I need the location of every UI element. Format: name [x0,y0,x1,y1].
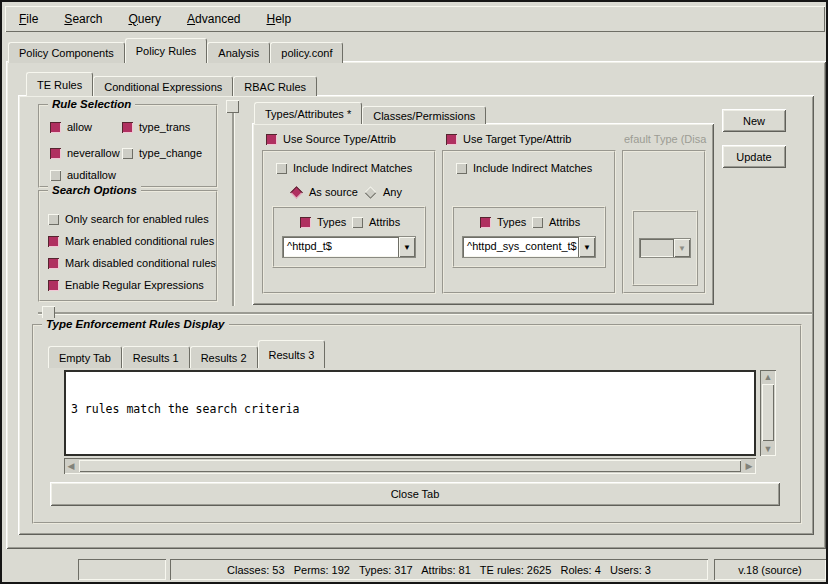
menu-bar: File Search Query Advanced Help [5,6,825,32]
radio-indicator [290,186,303,199]
combo-dropdown-arrow-icon: ▼ [673,239,690,257]
tab-types-attributes[interactable]: Types/Attributes * [254,102,362,124]
menu-item-search[interactable]: Search [64,12,102,26]
checkbox-indicator [532,217,543,228]
radio-any[interactable]: Any [364,186,402,198]
vertical-sash-line [232,102,234,306]
tab-label: Types/Attributes * [265,108,351,120]
checkbox-source-attribs[interactable]: Attribs [352,216,400,228]
results-summary: 3 rules match the search criteria [71,402,749,416]
tab-policy-components[interactable]: Policy Components [8,42,125,63]
default-type-combo: ▼ [639,238,691,258]
tab-classes-permissions[interactable]: Classes/Permissions [362,106,486,124]
combo-value[interactable]: ^httpd_sys_content_t$ [463,237,578,257]
tab-te-rules[interactable]: TE Rules [26,72,93,96]
combo-value[interactable]: ^httpd_t$ [283,237,398,257]
checkbox-neverallow[interactable]: neverallow [50,147,120,159]
tab-label: Analysis [218,47,259,59]
tab-label: Conditional Expressions [104,81,222,93]
checkbox-source-indirect[interactable]: Include Indirect Matches [276,162,412,174]
vertical-scroll-thumb[interactable] [762,384,774,441]
checkbox-indicator [300,217,311,228]
scroll-left-arrow-icon[interactable]: ◀ [65,460,77,472]
close-tab-button[interactable]: Close Tab [50,482,780,506]
checkbox-target-attribs[interactable]: Attribs [532,216,580,228]
combo-dropdown-arrow-icon[interactable]: ▼ [398,237,415,257]
criteria-tab-bar: Types/Attributes * Classes/Permissions [254,102,486,124]
checkbox-mark-disabled-conditional[interactable]: Mark disabled conditional rules [48,257,216,269]
checkbox-source-types[interactable]: Types [300,216,346,228]
checkbox-target-indirect[interactable]: Include Indirect Matches [456,162,592,174]
status-version: v.18 (source) [738,564,801,576]
button-label: Close Tab [391,488,440,500]
group-title: Rule Selection [48,98,135,110]
menu-item-query[interactable]: Query [128,12,161,26]
tab-rbac-rules[interactable]: RBAC Rules [233,76,317,96]
tab-results-3[interactable]: Results 3 [258,340,326,368]
source-type-combo[interactable]: ^httpd_t$ ▼ [282,236,416,258]
checkbox-indicator [48,258,59,269]
checkbox-enable-regex[interactable]: Enable Regular Expressions [48,279,204,291]
group-title: Search Options [48,184,141,196]
checkbox-label: Mark enabled conditional rules [65,235,214,247]
checkbox-use-source[interactable]: Use Source Type/Attrib [266,133,396,145]
checkbox-use-target[interactable]: Use Target Type/Attrib [446,133,571,145]
checkbox-label: Types [317,216,346,228]
target-type-combo[interactable]: ^httpd_sys_content_t$ ▼ [462,236,596,258]
group-search-options: Search Options Only search for enabled r… [38,190,218,302]
update-button[interactable]: Update [722,145,786,168]
scroll-down-arrow-icon[interactable]: ▼ [762,443,774,455]
checkbox-label: Use Source Type/Attrib [283,133,396,145]
menu-item-file[interactable]: File [19,12,38,26]
tab-results-2[interactable]: Results 2 [190,346,258,368]
combo-dropdown-arrow-icon[interactable]: ▼ [578,237,595,257]
group-target-criteria: Include Indirect Matches Types Attribs ^… [442,150,616,294]
tab-label: Empty Tab [59,352,111,364]
checkbox-indicator [48,214,59,225]
horizontal-scrollbar[interactable]: ◀ ▶ [64,458,756,474]
checkbox-label: Only search for enabled rules [65,213,209,225]
checkbox-indicator [50,148,61,159]
checkbox-label: auditallow [67,169,116,181]
checkbox-indicator [122,122,133,133]
status-panel-version: v.18 (source) [714,559,826,580]
vertical-sash-handle[interactable] [226,100,239,113]
status-panel-empty [78,559,166,580]
tab-analysis[interactable]: Analysis [207,42,270,63]
checkbox-label: Mark disabled conditional rules [65,257,216,269]
checkbox-target-types[interactable]: Types [480,216,526,228]
tab-label: policy.conf [281,47,332,59]
tab-empty-tab[interactable]: Empty Tab [48,346,122,368]
checkbox-allow[interactable]: allow [50,121,92,133]
combo-value [640,239,673,257]
menu-item-advanced[interactable]: Advanced [187,12,240,26]
checkbox-only-enabled-rules[interactable]: Only search for enabled rules [48,213,209,225]
scroll-right-arrow-icon[interactable]: ▶ [743,460,755,472]
tab-results-1[interactable]: Results 1 [122,346,190,368]
horizontal-sash-line [38,312,812,314]
vertical-scrollbar[interactable]: ▲ ▼ [760,370,776,456]
tab-label: Results 2 [201,352,247,364]
tab-conditional-expressions[interactable]: Conditional Expressions [93,76,233,96]
rules-tab-bar: TE Rules Conditional Expressions RBAC Ru… [26,72,317,96]
tab-label: Classes/Permissions [373,110,475,122]
checkbox-indicator [352,217,363,228]
tab-policy-conf[interactable]: policy.conf [270,42,343,63]
tab-label: TE Rules [37,79,82,91]
results-textarea[interactable]: 3 rules match the search criteria (5822)… [64,370,756,456]
checkbox-auditallow[interactable]: auditallow [50,169,116,181]
checkbox-type-trans[interactable]: type_trans [122,121,190,133]
button-label: New [743,115,765,127]
radio-as-source[interactable]: As source [290,186,358,198]
scroll-up-arrow-icon[interactable]: ▲ [762,371,774,383]
checkbox-indicator [50,170,61,181]
menu-item-help[interactable]: Help [266,12,291,26]
radio-label: Any [383,186,402,198]
checkbox-label: Types [497,216,526,228]
horizontal-scroll-thumb[interactable] [79,460,741,472]
tab-policy-rules[interactable]: Policy Rules [125,38,208,63]
checkbox-mark-enabled-conditional[interactable]: Mark enabled conditional rules [48,235,214,247]
new-button[interactable]: New [722,109,786,132]
checkbox-label: Attribs [549,216,580,228]
checkbox-type-change[interactable]: type_change [122,147,202,159]
